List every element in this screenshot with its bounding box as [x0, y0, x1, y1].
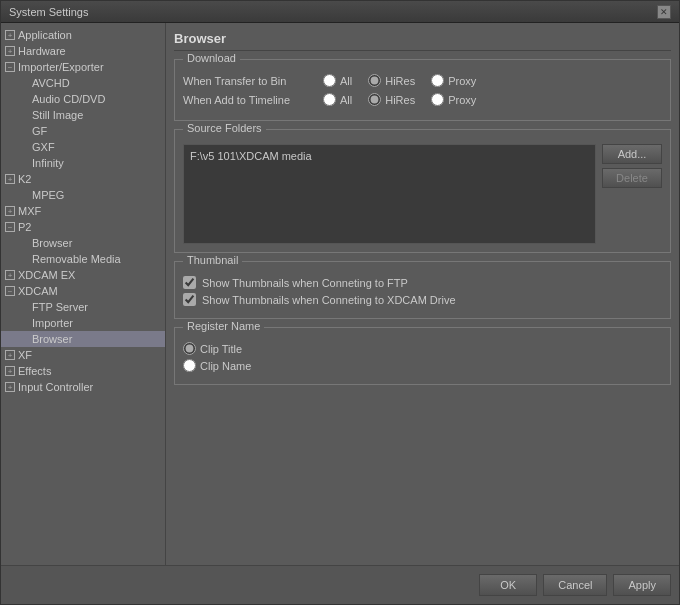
thumb-xdcam-checkbox[interactable] — [183, 293, 196, 306]
expand-icon[interactable]: + — [5, 30, 15, 40]
timeline-all-option[interactable]: All — [323, 93, 352, 106]
sidebar-item-xf[interactable]: +XF — [1, 347, 162, 363]
sidebar-item-importer[interactable]: Importer — [1, 315, 165, 331]
clip-name-option[interactable]: Clip Name — [183, 359, 251, 372]
expand-icon[interactable]: + — [5, 382, 15, 392]
expand-icon[interactable]: + — [5, 206, 15, 216]
bin-proxy-label: Proxy — [448, 75, 476, 87]
folder-list-item: F:\v5 101\XDCAM media — [188, 149, 591, 163]
bin-all-radio[interactable] — [323, 74, 336, 87]
sidebar-item-p2[interactable]: −P2 — [1, 219, 162, 235]
sidebar-item-application[interactable]: +Application — [1, 27, 162, 43]
collapse-icon[interactable]: − — [5, 286, 15, 296]
dialog-body: +Application+Hardware−Importer/ExporterA… — [1, 23, 679, 565]
clip-title-radio[interactable] — [183, 342, 196, 355]
sidebar-item-label: MPEG — [32, 189, 64, 201]
sidebar-item-effects[interactable]: +Effects — [1, 363, 162, 379]
folder-buttons: Add... Delete — [602, 144, 662, 244]
sidebar-item-label: XDCAM EX — [18, 269, 75, 281]
expand-icon[interactable]: + — [5, 270, 15, 280]
expand-icon[interactable]: + — [5, 350, 15, 360]
sidebar-item-label: MXF — [18, 205, 41, 217]
sidebar-item-audio-cd-dvd[interactable]: Audio CD/DVD — [1, 91, 165, 107]
sidebar-item-input-controller[interactable]: +Input Controller — [1, 379, 162, 395]
bin-all-option[interactable]: All — [323, 74, 352, 87]
timeline-hires-radio[interactable] — [368, 93, 381, 106]
source-folders-group: Source Folders F:\v5 101\XDCAM media Add… — [174, 129, 671, 253]
sidebar-item-mpeg[interactable]: MPEG — [1, 187, 165, 203]
sidebar-item-still-image[interactable]: Still Image — [1, 107, 165, 123]
sidebar-item-importer-exporter[interactable]: −Importer/Exporter — [1, 59, 162, 75]
clip-name-row: Clip Name — [183, 359, 662, 372]
bin-proxy-radio[interactable] — [431, 74, 444, 87]
delete-button[interactable]: Delete — [602, 168, 662, 188]
expand-icon[interactable]: + — [5, 366, 15, 376]
sidebar-item-gxf[interactable]: GXF — [1, 139, 165, 155]
expand-icon[interactable]: + — [5, 46, 15, 56]
timeline-all-radio[interactable] — [323, 93, 336, 106]
timeline-proxy-option[interactable]: Proxy — [431, 93, 476, 106]
clip-name-radio[interactable] — [183, 359, 196, 372]
folder-list[interactable]: F:\v5 101\XDCAM media — [183, 144, 596, 244]
sidebar-item-ftp-server[interactable]: FTP Server — [1, 299, 165, 315]
register-name-title: Register Name — [183, 320, 264, 332]
close-button[interactable]: ✕ — [657, 5, 671, 19]
sidebar-item-label: Browser — [32, 333, 72, 345]
ok-button[interactable]: OK — [479, 574, 537, 596]
sidebar-item-label: AVCHD — [32, 77, 70, 89]
download-group-title: Download — [183, 52, 240, 64]
add-button[interactable]: Add... — [602, 144, 662, 164]
bin-proxy-option[interactable]: Proxy — [431, 74, 476, 87]
clip-title-option[interactable]: Clip Title — [183, 342, 242, 355]
timeline-hires-option[interactable]: HiRes — [368, 93, 415, 106]
sidebar-item-label: Still Image — [32, 109, 83, 121]
sidebar-item-avchd[interactable]: AVCHD — [1, 75, 165, 91]
sidebar-item-mxf[interactable]: +MXF — [1, 203, 162, 219]
sidebar-item-label: GXF — [32, 141, 55, 153]
sidebar-item-label: XF — [18, 349, 32, 361]
collapse-icon[interactable]: − — [5, 222, 15, 232]
bin-hires-option[interactable]: HiRes — [368, 74, 415, 87]
thumbnail-checkboxes: Show Thumbnails when Conneting to FTP Sh… — [183, 276, 662, 306]
timeline-all-label: All — [340, 94, 352, 106]
sidebar-item-label: FTP Server — [32, 301, 88, 313]
timeline-hires-label: HiRes — [385, 94, 415, 106]
cancel-button[interactable]: Cancel — [543, 574, 607, 596]
clip-name-label: Clip Name — [200, 360, 251, 372]
thumb-ftp-checkbox[interactable] — [183, 276, 196, 289]
clip-title-row: Clip Title — [183, 342, 662, 355]
clip-title-label: Clip Title — [200, 343, 242, 355]
thumb-ftp-row: Show Thumbnails when Conneting to FTP — [183, 276, 662, 289]
bin-hires-radio[interactable] — [368, 74, 381, 87]
timeline-proxy-radio[interactable] — [431, 93, 444, 106]
sidebar-item-removable-media[interactable]: Removable Media — [1, 251, 165, 267]
collapse-icon[interactable]: − — [5, 62, 15, 72]
apply-button[interactable]: Apply — [613, 574, 671, 596]
register-name-options: Clip Title Clip Name — [183, 342, 662, 372]
sidebar-item-k2[interactable]: +K2 — [1, 171, 162, 187]
sidebar-item-label: P2 — [18, 221, 31, 233]
sidebar-item-label: Infinity — [32, 157, 64, 169]
expand-icon[interactable]: + — [5, 174, 15, 184]
main-content: Browser Download When Transfer to Bin Al… — [166, 23, 679, 565]
sidebar-item-xdcam-ex[interactable]: +XDCAM EX — [1, 267, 162, 283]
sidebar-item-infinity[interactable]: Infinity — [1, 155, 165, 171]
sidebar-item-browser[interactable]: Browser — [1, 235, 165, 251]
sidebar-item-label: Application — [18, 29, 72, 41]
sidebar-item-label: GF — [32, 125, 47, 137]
sidebar-item-gf[interactable]: GF — [1, 123, 165, 139]
dialog-title: System Settings — [9, 6, 88, 18]
timeline-proxy-label: Proxy — [448, 94, 476, 106]
thumb-ftp-label: Show Thumbnails when Conneting to FTP — [202, 277, 408, 289]
sidebar-item-label: Importer — [32, 317, 73, 329]
register-name-group: Register Name Clip Title Clip Name — [174, 327, 671, 385]
panel-title: Browser — [174, 31, 671, 51]
thumb-xdcam-label: Show Thumbnails when Conneting to XDCAM … — [202, 294, 456, 306]
download-group: Download When Transfer to Bin All HiRes — [174, 59, 671, 121]
bin-all-label: All — [340, 75, 352, 87]
sidebar-item-browser-xdcam[interactable]: Browser — [1, 331, 165, 347]
sidebar-item-xdcam[interactable]: −XDCAM — [1, 283, 162, 299]
sidebar-item-label: Browser — [32, 237, 72, 249]
sidebar-item-hardware[interactable]: +Hardware — [1, 43, 162, 59]
sidebar-item-label: Input Controller — [18, 381, 93, 393]
